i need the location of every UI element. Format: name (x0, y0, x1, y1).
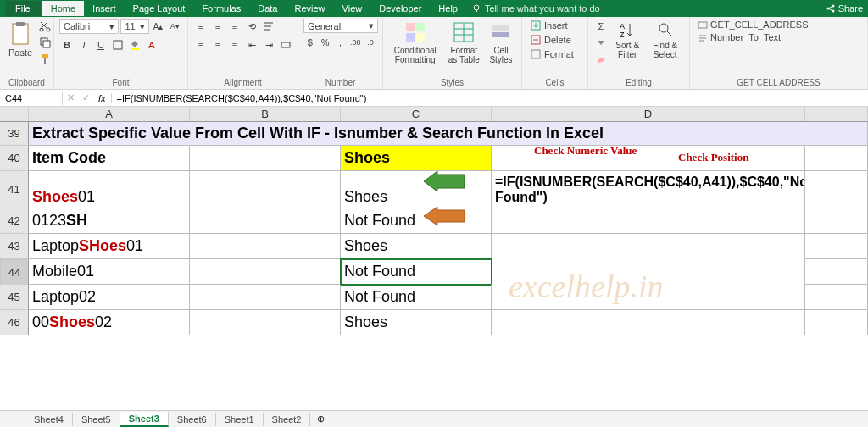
cell[interactable]: LaptopSHoes01 (29, 234, 190, 259)
font-color-button[interactable]: A (144, 37, 159, 53)
tell-me[interactable]: Tell me what you want to do (471, 3, 600, 14)
increase-decimal-button[interactable]: .00 (348, 35, 362, 50)
new-sheet-button[interactable]: ⊕ (310, 412, 331, 426)
formula-bar[interactable] (112, 92, 868, 105)
row-header[interactable]: 43 (0, 234, 29, 259)
underline-button[interactable]: U (93, 37, 108, 53)
cell[interactable]: Shoes (341, 310, 492, 336)
autosum-button[interactable]: Σ (593, 19, 609, 34)
col-header-e[interactable] (805, 107, 868, 121)
cell[interactable] (492, 259, 805, 285)
tab-help[interactable]: Help (430, 1, 466, 16)
orientation-button[interactable]: ⟲ (244, 19, 259, 34)
cell[interactable] (190, 310, 341, 336)
tab-page-layout[interactable]: Page Layout (125, 1, 194, 16)
accounting-button[interactable]: $ (303, 35, 317, 50)
align-center-button[interactable]: ≡ (210, 37, 225, 53)
number-format-select[interactable]: General▾ (303, 19, 378, 33)
font-name-select[interactable]: Calibri▾ (59, 19, 119, 34)
row-header[interactable]: 44 (0, 259, 29, 285)
conditional-formatting-button[interactable]: Conditional Formatting (388, 19, 442, 66)
copy-button[interactable] (37, 35, 53, 50)
cell-formula-display[interactable]: =IF(ISNUMBER(SEARCH($C$40,A41)),$C$40,"N… (492, 171, 805, 208)
clear-button[interactable] (593, 51, 609, 66)
cell[interactable]: Shoes01 (29, 171, 190, 208)
cell[interactable]: Shoes (341, 146, 492, 171)
italic-button[interactable]: I (76, 37, 92, 53)
file-menu[interactable]: File (5, 1, 41, 16)
sheet-tab[interactable]: Sheet5 (73, 413, 120, 426)
wrap-text-button[interactable] (261, 19, 276, 34)
format-painter-button[interactable] (37, 51, 53, 66)
cell[interactable] (190, 234, 341, 259)
fill-color-button[interactable] (127, 37, 142, 53)
number-to-text-button[interactable]: Number_To_Text (695, 31, 811, 43)
row-header[interactable]: 39 (0, 122, 29, 146)
format-table-button[interactable]: Format as Table (444, 19, 484, 66)
cell[interactable]: Mobile01 (29, 259, 190, 285)
cell[interactable] (805, 208, 868, 234)
cell[interactable] (190, 285, 341, 310)
sheet-tab[interactable]: Sheet1 (216, 413, 264, 426)
row-header[interactable]: 40 (0, 146, 29, 171)
cancel-formula-button[interactable]: ✕ (63, 91, 78, 106)
row-header[interactable]: 42 (0, 208, 29, 234)
tab-data[interactable]: Data (249, 1, 286, 16)
find-select-button[interactable]: Find & Select (646, 19, 684, 61)
fill-button[interactable] (593, 35, 609, 50)
cell[interactable]: Shoes (341, 171, 492, 208)
paste-button[interactable]: Paste (5, 19, 36, 59)
sheet-tab[interactable]: Sheet4 (25, 413, 73, 426)
decrease-decimal-button[interactable]: .0 (364, 35, 377, 50)
merge-button[interactable] (278, 37, 293, 53)
tab-home[interactable]: Home (42, 1, 84, 16)
border-button[interactable] (110, 37, 125, 53)
cell[interactable]: Laptop02 (29, 285, 190, 310)
insert-cells-button[interactable]: Insert (527, 19, 582, 32)
cell[interactable] (492, 310, 805, 336)
decrease-font-button[interactable]: A▾ (167, 19, 182, 34)
align-left-button[interactable]: ≡ (193, 37, 209, 53)
row-header[interactable]: 46 (0, 310, 29, 336)
sheet-tab-active[interactable]: Sheet3 (120, 412, 169, 427)
share-button[interactable]: Share (826, 3, 863, 14)
fx-icon[interactable]: fx (93, 93, 112, 103)
cell[interactable]: Not Found (341, 208, 492, 234)
select-all-corner[interactable] (0, 107, 29, 121)
cell[interactable]: 0123SH (29, 208, 190, 234)
cell[interactable] (805, 310, 868, 336)
cell-styles-button[interactable]: Cell Styles (486, 19, 516, 66)
increase-font-button[interactable]: A▴ (151, 19, 166, 34)
increase-indent-button[interactable]: ⇥ (261, 37, 276, 53)
align-top-button[interactable]: ≡ (193, 19, 209, 34)
cell[interactable] (805, 234, 868, 259)
tab-formulas[interactable]: Formulas (193, 1, 249, 16)
cell[interactable] (805, 259, 868, 285)
row-header[interactable]: 41 (0, 171, 29, 208)
bold-button[interactable]: B (59, 37, 75, 53)
tab-review[interactable]: Review (286, 1, 333, 16)
cell[interactable]: Not Found (341, 285, 492, 310)
row-header[interactable]: 45 (0, 285, 29, 310)
align-middle-button[interactable]: ≡ (210, 19, 225, 34)
cell-title[interactable]: Extract Specific Value From Cell With IF… (29, 122, 868, 146)
sheet-tab[interactable]: Sheet2 (264, 413, 311, 426)
format-cells-button[interactable]: Format (527, 47, 582, 61)
cell[interactable]: Item Code (29, 146, 190, 171)
cell[interactable] (190, 259, 341, 285)
cell[interactable] (190, 146, 341, 171)
get-cell-address-button[interactable]: GET_CELL_ADDRESS (695, 19, 811, 30)
cell-selected[interactable]: Not Found (341, 259, 492, 285)
align-bottom-button[interactable]: ≡ (227, 19, 242, 34)
font-size-select[interactable]: 11▾ (120, 19, 148, 34)
tab-developer[interactable]: Developer (370, 1, 430, 16)
cell[interactable] (492, 208, 805, 234)
cell[interactable] (492, 285, 805, 310)
name-box[interactable]: C44 (0, 92, 63, 105)
decrease-indent-button[interactable]: ⇤ (244, 37, 259, 53)
col-header-a[interactable]: A (29, 107, 190, 121)
cell[interactable]: Shoes (341, 234, 492, 259)
cell[interactable] (805, 146, 868, 171)
col-header-b[interactable]: B (190, 107, 341, 121)
enter-formula-button[interactable]: ✓ (78, 91, 93, 106)
